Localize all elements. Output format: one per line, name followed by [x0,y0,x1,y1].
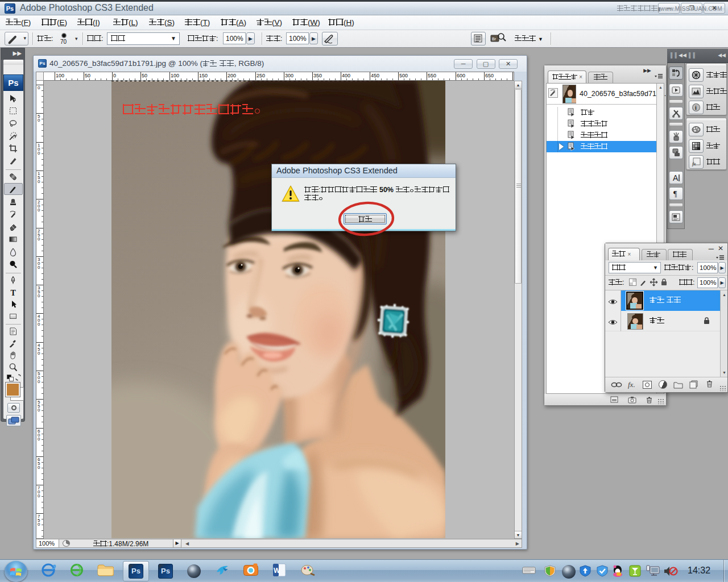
svg-text:¶: ¶ [673,190,677,198]
svg-text:W: W [274,567,280,575]
svg-text:T: T [10,289,16,297]
svg-text:i: i [695,105,697,111]
svg-text:A: A [673,173,679,182]
svg-text:fx: fx [692,161,696,167]
svg-text:Br: Br [492,37,497,41]
